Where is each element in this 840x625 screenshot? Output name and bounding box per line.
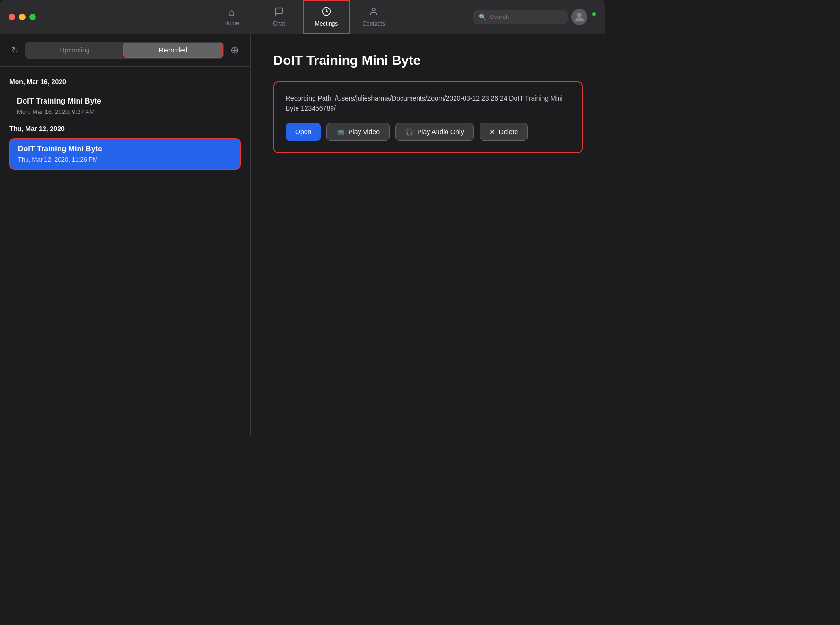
home-icon: ⌂ [229,7,235,18]
nav-tabs: ⌂ Home Chat Meetings [208,0,397,34]
meeting-title-1: DoIT Training Mini Byte [17,97,233,105]
play-video-button[interactable]: 📹 Play Video [326,123,390,141]
nav-tab-meetings-label: Meetings [315,20,338,27]
online-indicator [592,12,596,17]
delete-label: Delete [499,128,518,136]
recording-path: Recording Path: /Users/juliesharma/Docum… [286,94,570,113]
delete-icon: ✕ [490,128,495,136]
nav-tab-contacts[interactable]: Contacts [350,0,397,34]
nav-tab-chat[interactable]: Chat [255,0,303,34]
delete-button[interactable]: ✕ Delete [480,123,528,141]
meeting-item-2[interactable]: DoIT Training Mini Byte Thu, Mar 12, 202… [9,138,241,170]
sidebar: ↻ Upcoming Recorded ⊕ Mon, Mar 16, 2020 … [0,34,251,436]
recording-info-box: Recording Path: /Users/juliesharma/Docum… [273,81,583,153]
date-header-1: Mon, Mar 16, 2020 [9,78,241,86]
meetings-icon [322,7,331,18]
close-button[interactable] [9,14,15,20]
meeting-item-1[interactable]: DoIT Training Mini Byte Mon, Mar 16, 202… [9,91,241,121]
date-header-2: Thu, Mar 12, 2020 [9,125,241,132]
open-button[interactable]: Open [286,123,321,141]
refresh-button[interactable]: ↻ [9,43,20,57]
meeting-date-1: Mon, Mar 16, 2020, 9:27 AM [17,108,233,115]
play-audio-icon: 🎧 [405,128,413,136]
svg-point-2 [577,12,581,17]
nav-tab-meetings[interactable]: Meetings [303,0,350,34]
main-layout: ↻ Upcoming Recorded ⊕ Mon, Mar 16, 2020 … [0,34,605,436]
detail-title: DoIT Training Mini Byte [273,53,583,68]
play-audio-button[interactable]: 🎧 Play Audio Only [395,123,474,141]
tab-group: Upcoming Recorded [25,42,224,59]
avatar[interactable] [570,8,588,26]
chat-icon [274,7,284,18]
upcoming-tab[interactable]: Upcoming [26,43,123,58]
play-video-icon: 📹 [336,128,344,136]
minimize-button[interactable] [19,14,26,20]
search-icon: 🔍 [479,13,487,21]
sidebar-header: ↻ Upcoming Recorded ⊕ [0,34,250,67]
svg-point-1 [372,8,376,11]
play-audio-label: Play Audio Only [417,128,464,136]
titlebar: ⌂ Home Chat Meetings [0,0,605,34]
action-buttons: Open 📹 Play Video 🎧 Play Audio Only ✕ De… [286,123,570,141]
maximize-button[interactable] [29,14,36,20]
contacts-icon [369,7,378,18]
traffic-lights [9,14,36,20]
search-bar[interactable]: 🔍 [473,10,568,24]
nav-tab-contacts-label: Contacts [362,20,385,27]
play-video-label: Play Video [348,128,380,136]
sidebar-content: Mon, Mar 16, 2020 DoIT Training Mini Byt… [0,67,250,436]
add-meeting-button[interactable]: ⊕ [228,42,241,58]
nav-tab-home[interactable]: ⌂ Home [208,0,255,34]
detail-panel: DoIT Training Mini Byte Recording Path: … [251,34,605,436]
recording-path-label: Recording Path: [286,95,333,102]
nav-tab-home-label: Home [224,20,239,26]
recorded-tab[interactable]: Recorded [123,43,223,58]
meeting-title-2: DoIT Training Mini Byte [18,145,232,153]
search-input[interactable] [490,13,562,20]
meeting-date-2: Thu, Mar 12, 2020, 11:26 PM [18,156,232,163]
nav-tab-chat-label: Chat [273,20,285,27]
